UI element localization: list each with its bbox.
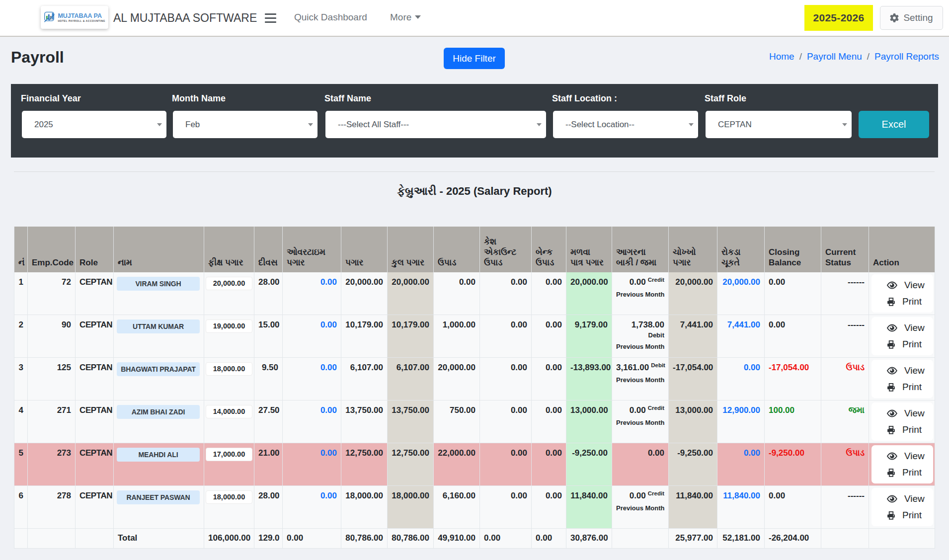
- previous-tag: Credit: [648, 490, 664, 496]
- view-button[interactable]: View: [887, 365, 933, 376]
- nav-quick-dashboard[interactable]: Quick Dashboard: [294, 12, 367, 23]
- breadcrumb: Home/Payroll Menu/Payroll Reports: [769, 51, 939, 62]
- previous-amount: 0.00: [648, 448, 664, 458]
- staff-location-select[interactable]: --Select Location--: [553, 111, 698, 138]
- setting-button[interactable]: Setting: [880, 6, 943, 30]
- view-button[interactable]: View: [887, 322, 933, 333]
- cell-bank_withdraw: 0.00: [532, 358, 566, 400]
- app-title: AL MUJTABAA SOFTWARE: [113, 11, 257, 25]
- cell-fix: 19,000.00: [204, 315, 254, 358]
- cell-total_salary: 6,107.00: [388, 358, 434, 400]
- menu-bar: [265, 13, 276, 15]
- print-button[interactable]: Print: [887, 382, 933, 393]
- financial-year-select[interactable]: 2025: [22, 111, 166, 138]
- total-cell-previous: [612, 529, 669, 549]
- table-row: 5273CEPTANMEAHDI ALI17,000.0021.000.0012…: [14, 443, 935, 486]
- hide-filter-button[interactable]: Hide Filter: [444, 48, 505, 69]
- cell-role: CEPTAN: [76, 358, 114, 400]
- cell-name: VIRAM SINGH: [114, 272, 204, 315]
- cell-total_salary: 10,179.00: [388, 315, 434, 358]
- cell-cash_withdraw: 0.00: [480, 486, 532, 529]
- cell-action: ViewPrint: [869, 443, 935, 486]
- cell-salary: 6,107.00: [341, 358, 388, 400]
- view-button[interactable]: View: [887, 408, 933, 419]
- cell-payable: 20,000.00: [566, 272, 612, 315]
- col-header-closing: Closing Balance: [765, 227, 821, 272]
- cell-action: ViewPrint: [869, 272, 935, 315]
- previous-note: Previous Month: [616, 504, 664, 513]
- table-row: 172CEPTANVIRAM SINGH20,000.0028.000.0020…: [14, 272, 935, 315]
- action-box: ViewPrint: [871, 274, 933, 313]
- cell-withdraw: 20,000.00: [434, 358, 480, 400]
- staff-name-value: ---Select All Staff---: [338, 120, 409, 129]
- action-box: ViewPrint: [871, 488, 933, 526]
- previous-note: Previous Month: [616, 376, 664, 385]
- view-label: View: [904, 280, 925, 291]
- action-box: ViewPrint: [871, 317, 933, 355]
- cell-cash_withdraw: 0.00: [480, 315, 532, 358]
- staff-name-pill: VIRAM SINGH: [117, 277, 200, 291]
- cell-no: 1: [14, 272, 28, 315]
- cell-withdraw: 750.00: [434, 400, 480, 443]
- col-header-total_salary: કુલ પગાર: [388, 227, 434, 272]
- app-logo[interactable]: MUJTABAA PA HOTEL PAYROLL & ACCOUNTING: [41, 6, 108, 29]
- gear-icon: [890, 13, 899, 22]
- total-cell-withdraw: 49,910.00: [434, 529, 480, 549]
- cell-cash_paid: 0.00: [717, 443, 765, 486]
- menu-toggle-icon[interactable]: [265, 13, 276, 23]
- breadcrumb-home[interactable]: Home: [769, 51, 794, 62]
- breadcrumb-payroll-menu[interactable]: Payroll Menu: [807, 51, 862, 62]
- print-label: Print: [902, 296, 922, 307]
- cell-days: 9.50: [254, 358, 283, 400]
- cell-salary: 12,750.00: [341, 443, 388, 486]
- cell-net: 20,000.00: [669, 272, 717, 315]
- cell-net: -17,054.00: [669, 358, 717, 400]
- view-button[interactable]: View: [887, 280, 933, 291]
- cell-fix: 18,000.00: [204, 486, 254, 529]
- table-head: નંEmp.CodeRoleનામફીક્ષ પગારદીવસઓવરટાઇમ પ…: [14, 227, 935, 272]
- cell-closing: 100.00: [765, 400, 821, 443]
- print-button[interactable]: Print: [887, 424, 933, 435]
- cell-status: ------: [821, 486, 869, 529]
- print-button[interactable]: Print: [887, 467, 933, 478]
- breadcrumb-separator: /: [867, 51, 870, 62]
- cell-net: 11,840.00: [669, 486, 717, 529]
- month-name-select[interactable]: Feb: [173, 111, 317, 138]
- print-button[interactable]: Print: [887, 296, 933, 307]
- cell-cash_paid: 7,441.00: [717, 315, 765, 358]
- cell-no: 2: [14, 315, 28, 358]
- table-row: 3125CEPTANBHAGWATI PRAJAPAT18,000.009.50…: [14, 358, 935, 400]
- view-button[interactable]: View: [887, 493, 933, 504]
- breadcrumb-payroll-reports[interactable]: Payroll Reports: [874, 51, 939, 62]
- cell-total_salary: 20,000.00: [388, 272, 434, 315]
- nav-more[interactable]: More: [390, 12, 421, 23]
- view-button[interactable]: View: [887, 451, 933, 462]
- col-header-action: Action: [869, 227, 935, 272]
- cell-ot: 0.00: [283, 443, 341, 486]
- cell-payable: -13,893.00: [566, 358, 612, 400]
- print-button[interactable]: Print: [887, 339, 933, 350]
- total-cell-salary: 80,786.00: [341, 529, 388, 549]
- cell-ot: 0.00: [283, 400, 341, 443]
- staff-role-value: CEPTAN: [718, 120, 752, 129]
- cell-role: CEPTAN: [76, 486, 114, 529]
- cell-cash_paid: 11,840.00: [717, 486, 765, 529]
- cell-cash_paid: 20,000.00: [717, 272, 765, 315]
- staff-role-label: Staff Role: [705, 93, 746, 104]
- excel-button[interactable]: Excel: [859, 111, 929, 138]
- cell-previous: 3,161.00DebitPrevious Month: [612, 358, 669, 400]
- print-button[interactable]: Print: [887, 510, 933, 521]
- staff-role-select[interactable]: CEPTAN: [706, 111, 852, 138]
- financial-year-badge: 2025-2026: [804, 5, 873, 31]
- cell-status: જમા: [821, 400, 869, 443]
- staff-name-select[interactable]: ---Select All Staff---: [325, 111, 546, 138]
- printer-icon: [887, 383, 895, 392]
- eye-icon: [887, 495, 897, 503]
- total-cell-fix: 106,000.00: [204, 529, 254, 549]
- menu-bar: [265, 21, 276, 23]
- cell-no: 5: [14, 443, 28, 486]
- cell-action: ViewPrint: [869, 400, 935, 443]
- col-header-no: નં: [14, 227, 28, 272]
- month-name-label: Month Name: [172, 93, 226, 104]
- cell-payable: 13,000.00: [566, 400, 612, 443]
